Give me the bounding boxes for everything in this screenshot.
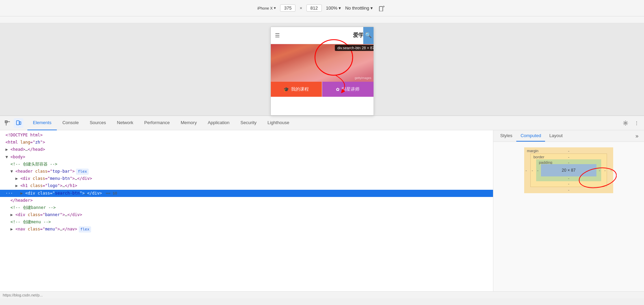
box-model-diagram: margin - - - - border - - - - <box>524 147 613 193</box>
throttle-selector[interactable]: No throttling ▾ <box>345 5 373 11</box>
box-model-content: 20 × 87 <box>541 164 596 176</box>
preview-area: ☰ 爱学习 🔍 div.search-btn 28 × 87 gettyimag… <box>0 23 644 116</box>
border-bottom: - <box>568 182 569 186</box>
content-dimensions: 20 × 87 <box>562 168 576 173</box>
svg-rect-0 <box>379 6 383 11</box>
box-model-margin: margin - - - - border - - - - <box>524 147 613 193</box>
tab-sources[interactable]: Sources <box>84 116 112 130</box>
tab-lighthouse[interactable]: Lighthouse <box>262 116 295 130</box>
tab-elements[interactable]: Elements <box>27 116 57 130</box>
zoom-selector[interactable]: 100% ▾ <box>326 5 341 11</box>
device-name: iPhone X <box>257 6 273 10</box>
tab-console[interactable]: Console <box>57 116 84 130</box>
devtools-content: <!DOCTYPE html> <html lang="zh"> ▶ <head… <box>0 130 644 291</box>
dom-html: <html lang="zh"> <box>0 139 493 146</box>
dom-panel[interactable]: <!DOCTYPE html> <html lang="zh"> ▶ <head… <box>0 130 493 291</box>
tab-layout[interactable]: Layout <box>545 130 567 142</box>
dom-header[interactable]: ▼ <header class="top-bar">flex <box>0 168 493 175</box>
padding-right: - <box>599 168 600 172</box>
tab-security[interactable]: Security <box>235 116 262 130</box>
dom-logo[interactable]: ▶ <h1 class="logo">…</h1> <box>0 182 493 189</box>
tab-styles[interactable]: Styles <box>496 130 516 142</box>
iphone-preview: ☰ 爱学习 🔍 div.search-btn 28 × 87 gettyimag… <box>270 27 374 116</box>
width-input[interactable]: 375 <box>280 4 295 12</box>
dom-menu-btn[interactable]: ▶ <div class="menu-btn">…</div> <box>0 175 493 182</box>
course-button[interactable]: 🎓 我的课程 <box>271 82 323 97</box>
svg-rect-6 <box>20 122 21 124</box>
tab-performance[interactable]: Performance <box>139 116 175 130</box>
border-left: - <box>532 168 533 172</box>
zoom-value: 100% <box>326 5 337 11</box>
svg-point-7 <box>625 122 627 124</box>
margin-top: - <box>568 149 569 153</box>
teacher-label: 明星讲师 <box>342 86 359 92</box>
device-selector[interactable]: iPhone X ▾ <box>257 6 276 10</box>
border-right: - <box>604 168 606 172</box>
dom-nav[interactable]: ▶ <nav class="menu">…</nav>flex <box>0 226 493 233</box>
margin-label: margin <box>527 149 539 153</box>
right-panel-tabs: Styles Computed Layout » <box>493 130 644 142</box>
margin-left: - <box>526 168 527 172</box>
throttle-value: No throttling <box>345 5 369 11</box>
search-icon: 🔍 <box>365 32 372 38</box>
border-top: - <box>568 155 569 159</box>
dimension-separator: × <box>300 5 302 11</box>
devtools-tabs: Elements Console Sources Network Perform… <box>27 116 619 130</box>
tab-network[interactable]: Network <box>112 116 139 130</box>
dom-body[interactable]: ▼ <body> <box>0 154 493 161</box>
tab-computed[interactable]: Computed <box>516 130 545 142</box>
status-url: https://blog.csdn.net/p... <box>3 293 43 297</box>
dom-comment-header: <!-- 创建头部容器 --> <box>0 161 493 168</box>
device-toolbar: iPhone X ▾ 375 × 812 100% ▾ No throttlin… <box>0 0 644 16</box>
right-panel: Styles Computed Layout » margin - - - - <box>493 130 644 291</box>
devtools-topbar: Elements Console Sources Network Perform… <box>0 116 644 130</box>
device-toggle-button[interactable] <box>14 118 23 128</box>
teacher-button[interactable]: ✿ 明星讲师 <box>322 82 374 97</box>
zoom-dropdown-icon: ▾ <box>339 5 341 11</box>
dom-doctype: <!DOCTYPE html> <box>0 132 493 139</box>
box-model-padding: padding - - - - 20 × 87 <box>536 159 601 181</box>
status-bar: https://blog.csdn.net/p... <box>0 291 644 298</box>
dom-comment-menu: <!-- 创建menu --> <box>0 218 493 226</box>
course-icon: 🎓 <box>283 87 289 92</box>
menu-icon: ☰ <box>275 32 280 39</box>
element-tooltip: div.search-btn 28 × 87 <box>335 45 374 51</box>
padding-bottom: - <box>568 176 569 180</box>
dom-header-close: </header> <box>0 197 493 204</box>
dom-banner[interactable]: ▶ <div class="banner">…</div> <box>0 211 493 218</box>
course-label: 我的课程 <box>291 86 309 92</box>
device-dropdown-icon: ▾ <box>274 6 276 10</box>
ruler <box>0 16 644 23</box>
height-input[interactable]: 812 <box>306 4 322 12</box>
margin-right: - <box>610 168 612 172</box>
devtools-panel: Elements Console Sources Network Perform… <box>0 116 644 298</box>
margin-bottom: - <box>568 188 569 192</box>
dom-search-btn[interactable]: ··· ▶ <div class="search-btn">…</div> ==… <box>0 190 493 197</box>
tab-memory[interactable]: Memory <box>175 116 202 130</box>
more-tabs-button[interactable]: » <box>633 130 641 142</box>
app-header: ☰ 爱学习 🔍 div.search-btn 28 × 87 <box>271 27 374 44</box>
action-buttons: 🎓 我的课程 ✿ 明星讲师 <box>271 82 374 97</box>
rotate-button[interactable] <box>377 3 387 13</box>
banner-credit: gettyimages <box>355 76 371 80</box>
more-button[interactable]: ⋮ <box>632 118 641 128</box>
settings-button[interactable] <box>621 118 630 128</box>
box-model-border: border - - - - padding - - - - <box>530 154 607 187</box>
border-label: border <box>533 155 544 159</box>
devtools-right-icons: ⋮ <box>621 118 641 128</box>
dom-head[interactable]: ▶ <head>…</head> <box>0 146 493 153</box>
svg-rect-5 <box>16 121 19 125</box>
box-model-area: margin - - - - border - - - - <box>493 142 644 291</box>
teacher-icon: ✿ <box>336 87 340 92</box>
inspect-element-button[interactable] <box>3 118 12 128</box>
padding-left: - <box>537 168 539 172</box>
dom-comment-banner: <!-- 创建banner --> <box>0 204 493 211</box>
throttle-dropdown-icon: ▾ <box>370 5 373 11</box>
tab-application[interactable]: Application <box>202 116 235 130</box>
